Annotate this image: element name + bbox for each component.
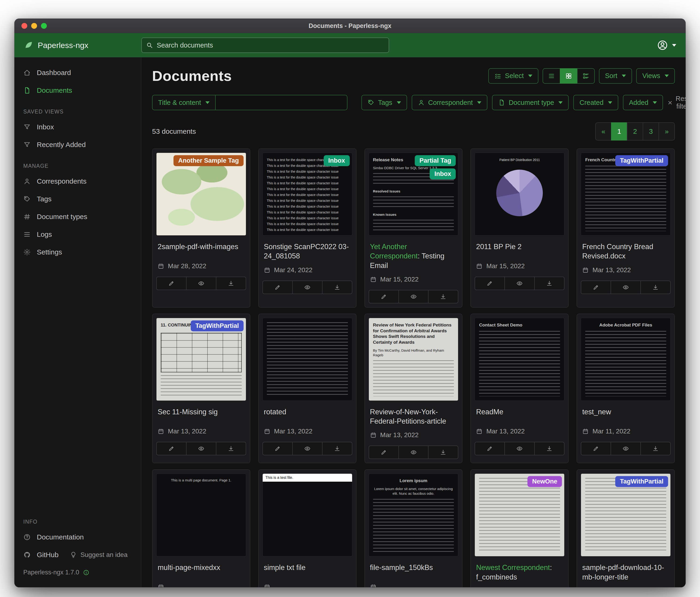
- view-list-button[interactable]: [543, 68, 560, 83]
- download-button[interactable]: [641, 442, 671, 455]
- tags-filter-button[interactable]: Tags: [361, 95, 407, 110]
- select-button[interactable]: Select: [488, 68, 539, 83]
- document-title[interactable]: 2sample-pdf-with-images: [152, 236, 250, 259]
- view-detail-button[interactable]: [577, 68, 595, 83]
- document-card[interactable]: 11. CONTINUING MEDICAL EDUCA TagWithPart…: [152, 314, 250, 463]
- edit-button[interactable]: [262, 442, 293, 455]
- view-grid-button[interactable]: [560, 68, 577, 83]
- download-button[interactable]: [641, 281, 671, 294]
- edit-button[interactable]: [262, 281, 293, 294]
- title-content-filter-button[interactable]: Title & content: [152, 95, 216, 110]
- created-filter-button[interactable]: Created: [573, 95, 618, 110]
- document-card[interactable]: Review of New York Federal Petitions for…: [365, 314, 463, 463]
- pagination-next-button[interactable]: »: [658, 122, 675, 141]
- sidebar-item-settings[interactable]: Settings: [15, 243, 141, 261]
- tag-badge[interactable]: Another Sample Tag: [174, 155, 244, 166]
- document-type-filter-button[interactable]: Document type: [492, 95, 569, 110]
- edit-button[interactable]: [156, 277, 186, 290]
- document-thumbnail[interactable]: Patient BP Distribution 2011: [475, 152, 565, 236]
- pagination-page-1[interactable]: 1: [611, 122, 627, 141]
- edit-button[interactable]: [369, 446, 399, 459]
- edit-button[interactable]: [369, 290, 399, 303]
- view-button[interactable]: [186, 442, 216, 455]
- pagination-page-2[interactable]: 2: [627, 122, 643, 141]
- document-thumbnail[interactable]: Adobe Acrobat PDF Files: [581, 318, 671, 401]
- sidebar-item-correspondents[interactable]: Correspondents: [15, 172, 141, 190]
- document-thumbnail[interactable]: French Country Bread TagWithPartial: [581, 152, 671, 236]
- document-title[interactable]: Newest Correspondent: f_combineds: [471, 556, 568, 584]
- tag-badge[interactable]: Partial Tag: [415, 155, 456, 166]
- view-button[interactable]: [292, 442, 323, 455]
- document-card[interactable]: NewOne Newest Correspondent: f_combineds: [470, 469, 569, 587]
- document-title[interactable]: French Country Bread Revised.docx: [577, 236, 674, 263]
- tag-badge[interactable]: TagWithPartial: [615, 476, 668, 487]
- minimize-window-button[interactable]: [31, 23, 37, 29]
- view-button[interactable]: [610, 281, 641, 294]
- sidebar-item-documents[interactable]: Documents: [15, 81, 141, 99]
- document-card[interactable]: TagWithPartial sample-pdf-download-10-mb…: [577, 469, 675, 587]
- search-input[interactable]: [157, 42, 384, 49]
- document-title[interactable]: Review-of-New-York-Federal-Petitions-art…: [365, 401, 462, 428]
- document-thumbnail[interactable]: This is a multi page document. Page 1.: [156, 474, 246, 556]
- download-button[interactable]: [534, 277, 565, 290]
- document-title[interactable]: Yet Another Correspondent: Testing Email: [365, 236, 462, 272]
- document-card[interactable]: This is a test for the double space char…: [258, 148, 356, 308]
- sidebar-item-tags[interactable]: Tags: [15, 190, 141, 208]
- views-button[interactable]: Views: [636, 68, 675, 83]
- document-card[interactable]: This is a test file. simple txt file: [258, 469, 356, 587]
- document-title[interactable]: ReadMe: [471, 401, 568, 424]
- document-title[interactable]: file-sample_150kBs: [365, 556, 462, 580]
- sidebar-item-inbox[interactable]: Inbox: [15, 118, 141, 136]
- document-card[interactable]: French Country Bread TagWithPartial Fren…: [577, 148, 675, 308]
- correspondent-link[interactable]: Newest Correspondent: [476, 564, 550, 572]
- correspondent-filter-button[interactable]: Correspondent: [412, 95, 488, 110]
- document-card[interactable]: Contact Sheet Demo ReadMe Mar 13, 2022: [470, 314, 569, 463]
- edit-button[interactable]: [156, 442, 186, 455]
- document-card[interactable]: Release NotesSimba ODBC Driver for SQL S…: [365, 148, 463, 308]
- download-button[interactable]: [216, 442, 246, 455]
- document-title[interactable]: simple txt file: [259, 556, 356, 580]
- download-button[interactable]: [322, 281, 352, 294]
- close-window-button[interactable]: [21, 23, 27, 29]
- edit-button[interactable]: [475, 442, 505, 455]
- view-button[interactable]: [186, 277, 216, 290]
- tag-badge[interactable]: NewOne: [527, 476, 562, 487]
- document-thumbnail[interactable]: Another Sample Tag: [156, 152, 246, 236]
- tag-badge[interactable]: TagWithPartial: [191, 320, 244, 331]
- document-thumbnail[interactable]: TagWithPartial: [581, 474, 671, 556]
- document-title[interactable]: sample-pdf-download-10-mb-longer-title: [577, 556, 674, 584]
- sidebar-item-document-types[interactable]: Document types: [15, 208, 141, 225]
- document-card[interactable]: rotated Mar 13, 2022: [258, 314, 356, 463]
- document-thumbnail[interactable]: This is a test file.: [262, 474, 352, 556]
- edit-button[interactable]: [475, 277, 505, 290]
- sidebar-item-logs[interactable]: Logs: [15, 225, 141, 243]
- view-button[interactable]: [398, 290, 429, 303]
- reset-filters-button[interactable]: × Reset filters: [668, 95, 685, 110]
- correspondent-link[interactable]: Yet Another Correspondent: [370, 243, 418, 260]
- document-title[interactable]: 2011 BP Pie 2: [471, 236, 568, 259]
- brand[interactable]: Paperless-ngx: [24, 40, 141, 50]
- download-button[interactable]: [322, 442, 352, 455]
- view-button[interactable]: [610, 442, 641, 455]
- document-card[interactable]: Another Sample Tag 2sample-pdf-with-imag…: [152, 148, 250, 308]
- document-card[interactable]: Adobe Acrobat PDF Files test_new Mar 11,…: [577, 314, 675, 463]
- document-card[interactable]: Patient BP Distribution 2011 2011 BP Pie…: [470, 148, 569, 308]
- sidebar-item-dashboard[interactable]: Dashboard: [15, 64, 141, 81]
- tag-badge[interactable]: Inbox: [430, 168, 456, 180]
- pagination-page-3[interactable]: 3: [643, 122, 659, 141]
- document-title[interactable]: test_new: [577, 401, 674, 424]
- view-button[interactable]: [504, 442, 535, 455]
- document-thumbnail[interactable]: Contact Sheet Demo: [475, 318, 565, 401]
- added-filter-button[interactable]: Added: [623, 95, 663, 110]
- document-title[interactable]: rotated: [259, 401, 356, 424]
- document-thumbnail[interactable]: [262, 318, 352, 401]
- sidebar-item-documentation[interactable]: Documentation: [15, 528, 141, 546]
- document-thumbnail[interactable]: Lorem ipsumLorem ipsum dolor sit amet, c…: [369, 474, 458, 556]
- tag-badge[interactable]: Inbox: [324, 155, 350, 166]
- sidebar-item-suggest-idea[interactable]: Suggest an idea: [61, 546, 130, 564]
- zoom-window-button[interactable]: [41, 23, 47, 29]
- sidebar-item-recently-added[interactable]: Recently Added: [15, 136, 141, 153]
- document-title[interactable]: Sonstige ScanPC2022 03-24_081058: [259, 236, 356, 263]
- download-button[interactable]: [534, 442, 565, 455]
- edit-button[interactable]: [581, 281, 611, 294]
